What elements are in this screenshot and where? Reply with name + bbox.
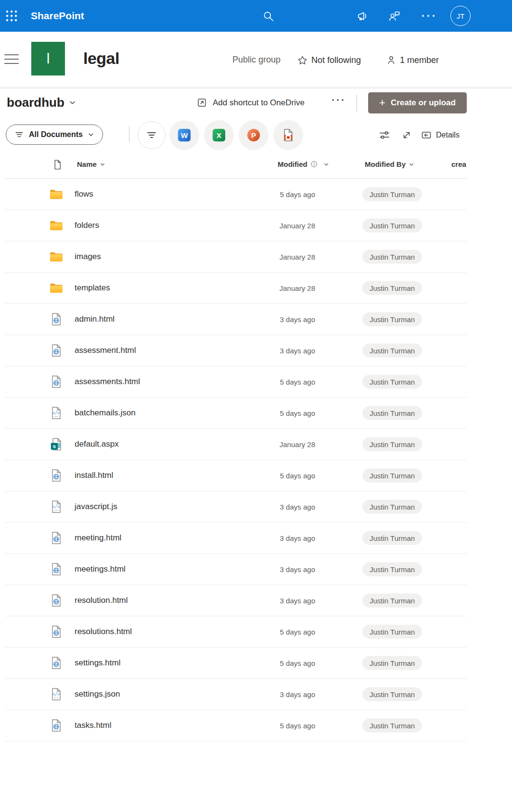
table-row[interactable]: templatesJanuary 28Justin Turman [5,273,467,304]
table-row[interactable]: assessments.html5 days agoJustin Turman [5,366,467,398]
table-row[interactable]: install.html5 days agoJustin Turman [5,460,467,491]
info-icon[interactable] [310,161,318,168]
file-name-link[interactable]: resolution.html [75,596,128,605]
modified-by-badge[interactable]: Justin Turman [362,531,422,545]
modified-by-badge[interactable]: Justin Turman [362,344,422,358]
file-name-link[interactable]: meetings.html [75,564,126,574]
table-row[interactable]: imagesJanuary 28Justin Turman [5,241,467,273]
table-row[interactable]: tasks.html5 days agoJustin Turman [5,710,467,741]
modified-by-badge[interactable]: Justin Turman [362,594,422,608]
table-row[interactable]: resolutions.html5 days agoJustin Turman [5,616,467,648]
table-row[interactable]: meetings.html3 days agoJustin Turman [5,554,467,585]
feedback-icon[interactable] [388,10,401,23]
new-powerpoint-presentation-icon[interactable]: P [239,120,269,150]
file-name-link[interactable]: templates [75,283,110,293]
modified-by-badge[interactable]: Justin Turman [362,500,422,514]
modified-by-badge[interactable]: Justin Turman [362,406,422,420]
file-name-link[interactable]: resolutions.html [75,627,132,637]
library-title: boardhub [7,95,64,110]
view-selector[interactable]: All Documents [6,125,103,145]
file-name-link[interactable]: assessment.html [75,346,136,355]
library-title-dropdown[interactable]: boardhub [7,95,76,110]
modified-by-badge[interactable]: Justin Turman [362,312,422,326]
members-label: 1 member [400,55,439,65]
hamburger-menu-icon[interactable] [4,53,19,65]
suite-more-icon[interactable] [421,13,436,18]
aspx-file-icon: s [49,437,64,451]
modified-by-badge[interactable]: Justin Turman [362,469,422,483]
table-row[interactable]: sdefault.aspxJanuary 28Justin Turman [5,429,467,460]
modified-date: 5 days ago [248,409,315,417]
file-name-link[interactable]: flows [75,189,93,199]
modified-column-label: Modified [278,160,307,168]
megaphone-icon[interactable] [357,10,370,23]
table-row[interactable]: </>batchemails.json5 days agoJustin Turm… [5,398,467,429]
modified-by-badge[interactable]: Justin Turman [362,437,422,451]
html-file-icon [49,375,64,389]
modified-by-badge[interactable]: Justin Turman [362,625,422,639]
file-name-link[interactable]: settings.json [75,689,120,699]
column-header-modified-by[interactable]: Modified By [365,160,414,168]
command-more-icon[interactable] [331,98,345,102]
search-icon[interactable] [262,10,275,23]
file-name-link[interactable]: batchemails.json [75,408,136,418]
view-selector-label: All Documents [29,130,83,139]
file-type-column-icon[interactable] [52,159,63,170]
file-name-link[interactable]: install.html [75,471,113,480]
file-name-link[interactable]: admin.html [75,314,115,324]
file-name-link[interactable]: default.aspx [75,439,119,449]
table-row[interactable]: flows5 days agoJustin Turman [5,179,467,210]
add-shortcut-button[interactable]: Add shortcut to OneDrive [196,97,305,108]
table-row[interactable]: admin.html3 days agoJustin Turman [5,304,467,335]
modified-by-badge[interactable]: Justin Turman [362,656,422,670]
svg-text:s: s [53,443,56,449]
divider [357,95,357,112]
file-name-link[interactable]: images [75,252,101,262]
table-row[interactable]: meeting.html3 days agoJustin Turman [5,523,467,554]
follow-button[interactable]: Not following [297,55,361,66]
sharepoint-brand-label[interactable]: SharePoint [31,0,84,32]
table-row[interactable]: foldersJanuary 28Justin Turman [5,210,467,241]
file-name-link[interactable]: javascript.js [75,502,117,512]
app-launcher-waffle-icon[interactable] [5,9,18,23]
html-file-icon [49,312,64,326]
modified-date: 5 days ago [248,628,315,636]
column-header-modified[interactable]: Modified [278,160,329,168]
list-view-icon [14,130,24,139]
create-or-upload-button[interactable]: + Create or upload [368,92,467,113]
table-row[interactable]: </>javascript.js3 days agoJustin Turman [5,491,467,523]
new-excel-workbook-icon[interactable]: X [204,120,234,150]
expand-icon[interactable] [401,129,412,141]
file-name-link[interactable]: assessments.html [75,377,140,387]
filter-lines-icon[interactable] [138,121,166,149]
modified-by-badge[interactable]: Justin Turman [362,281,422,295]
column-header-name[interactable]: Name [77,160,105,168]
modified-by-badge[interactable]: Justin Turman [362,562,422,576]
modified-by-badge[interactable]: Justin Turman [362,187,422,201]
modified-by-badge[interactable]: Justin Turman [362,719,422,733]
file-name-link[interactable]: tasks.html [75,721,112,730]
modified-by-badge[interactable]: Justin Turman [362,375,422,389]
column-header-created[interactable]: crea [451,160,466,168]
modified-by-badge[interactable]: Justin Turman [362,219,422,233]
details-pane-button[interactable]: Details [421,129,460,141]
file-name-link[interactable]: settings.html [75,658,120,668]
media-document-icon[interactable] [273,120,303,150]
view-options-sliders-icon[interactable] [378,129,391,141]
file-name-link[interactable]: meeting.html [75,533,121,543]
table-row[interactable]: assessment.html3 days agoJustin Turman [5,335,467,366]
modified-date: 3 days ago [248,534,315,542]
table-row[interactable]: </>settings.json3 days agoJustin Turman [5,679,467,710]
created-column-label: crea [451,160,466,168]
modified-by-badge[interactable]: Justin Turman [362,250,422,264]
new-word-document-icon[interactable]: W [169,120,199,150]
table-row[interactable]: resolution.html3 days agoJustin Turman [5,585,467,616]
site-title[interactable]: legal [83,49,119,68]
site-logo[interactable]: l [31,42,65,75]
table-row[interactable]: settings.html5 days agoJustin Turman [5,648,467,679]
html-file-icon [49,562,64,576]
members-button[interactable]: 1 member [386,55,439,65]
avatar[interactable]: JT [450,6,471,26]
modified-by-badge[interactable]: Justin Turman [362,687,422,701]
file-name-link[interactable]: folders [75,221,99,230]
